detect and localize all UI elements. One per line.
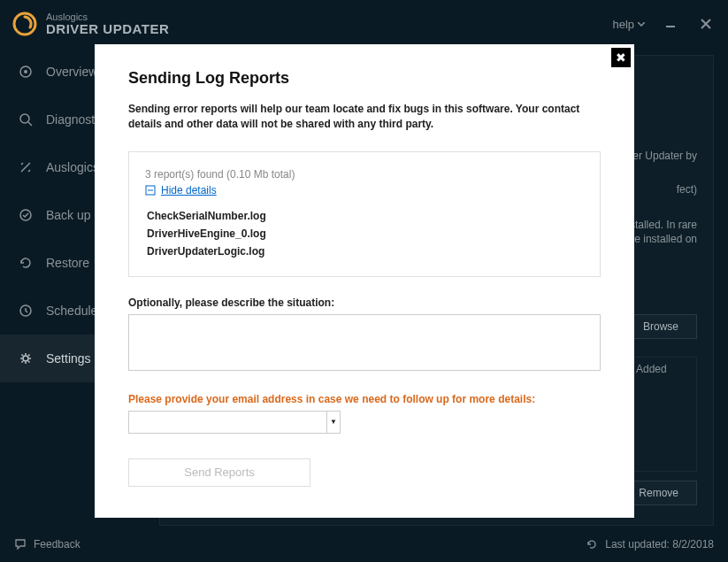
restore-icon [18,256,34,270]
close-icon: ✖ [616,50,626,65]
titlebar: Auslogics DRIVER UPDATER help [0,0,728,48]
collapse-icon [145,185,156,196]
refresh-icon [586,538,598,550]
clock-icon [18,304,34,318]
feedback-link[interactable]: Feedback [14,538,80,550]
last-updated-label: Last updated: 8/2/2018 [605,538,714,550]
chevron-down-icon [638,22,645,27]
dialog-close-button[interactable]: ✖ [611,48,631,67]
help-menu[interactable]: help [612,18,645,31]
sidebar-item-label: Overview [46,65,97,79]
report-file: DriverHiveEngine_0.log [147,225,584,243]
hide-details-link[interactable]: Hide details [161,184,217,196]
brand-label: Auslogics [46,12,169,22]
report-file: CheckSerialNumber.log [147,207,584,225]
added-label: Added [636,363,667,375]
report-file: DriverUpdaterLogic.log [147,243,584,260]
sidebar-item-label: Auslogics [46,160,99,174]
browse-button[interactable]: Browse [625,314,697,339]
close-button[interactable] [696,14,716,34]
describe-label: Optionally, please describe the situatio… [128,296,601,309]
added-list: Added [626,357,697,472]
sidebar-item-label: Settings [46,351,91,366]
logo: Auslogics DRIVER UPDATER [12,12,169,37]
send-log-reports-dialog: ✖ Sending Log Reports Sending error repo… [95,44,634,518]
report-file-list: CheckSerialNumber.log DriverHiveEngine_0… [145,207,584,260]
reports-box: 3 report(s) found (0.10 Mb total) Hide d… [128,151,601,277]
description-input[interactable] [128,314,601,371]
svg-point-8 [23,356,28,361]
product-label: DRIVER UPDATER [46,22,169,37]
chevron-down-icon: ▼ [330,418,337,426]
tools-icon [18,160,34,174]
minimize-button[interactable] [661,14,680,34]
content-text: ver Updater by [627,148,697,165]
sidebar-item-label: Back up [46,208,91,222]
svg-point-4 [20,114,29,123]
footer: Feedback Last updated: 8/2/2018 [0,527,728,562]
check-circle-icon [18,208,34,222]
email-label: Please provide your email address in cas… [128,393,601,405]
dialog-title: Sending Log Reports [128,69,601,88]
search-icon [18,112,34,127]
help-label: help [612,18,634,31]
gear-icon [18,351,34,366]
reports-summary: 3 report(s) found (0.10 Mb total) [145,168,584,181]
feedback-label: Feedback [34,538,80,550]
dialog-description: Sending error reports will help our team… [128,102,601,132]
email-input[interactable] [128,411,326,434]
send-reports-button[interactable]: Send Reports [128,458,310,487]
svg-rect-1 [666,26,675,27]
svg-point-3 [24,70,27,73]
overview-icon [18,65,34,79]
svg-line-5 [28,122,32,126]
last-updated: Last updated: 8/2/2018 [586,538,714,550]
feedback-icon [14,538,27,550]
content-text: fect) [677,183,697,196]
app-logo-icon [12,12,37,36]
email-dropdown-button[interactable]: ▼ [326,411,341,434]
sidebar-item-label: Restore [46,256,89,270]
sidebar-item-label: Scheduler [46,304,102,318]
